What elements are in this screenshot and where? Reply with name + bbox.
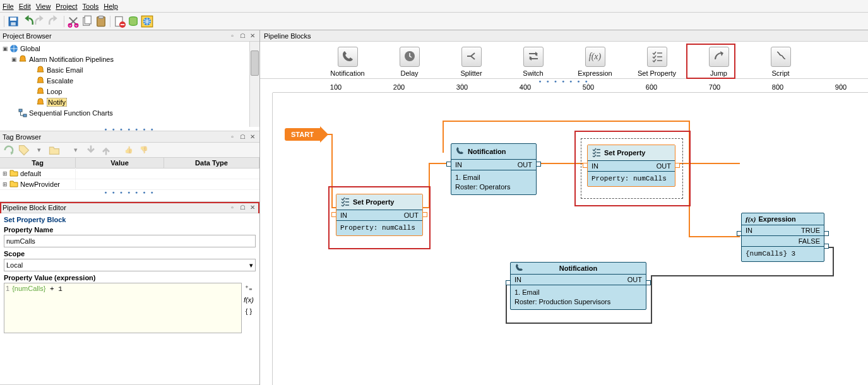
opc-icon[interactable]: ▾ — [69, 144, 82, 157]
block-notification-2[interactable]: Notification INOUT 1. EmailRoster: Produ… — [510, 262, 646, 310]
redo-button-2[interactable] — [49, 15, 61, 28]
palette-splitter[interactable]: Splitter — [449, 47, 494, 77]
tree-node-pipeline[interactable]: Basic Email — [47, 66, 83, 74]
add-tag-icon[interactable]: ▾ — [33, 144, 45, 157]
block-palette: Notification Delay Splitter Switch f(x) … — [260, 42, 868, 79]
palette-set-property[interactable]: Set Property — [635, 47, 679, 77]
col-datatype[interactable]: Data Type — [164, 158, 259, 168]
panel-title: Pipeline Block Editor — [3, 204, 227, 211]
palette-notification[interactable]: Notification — [326, 47, 370, 77]
palette-delay[interactable]: Delay — [388, 47, 432, 77]
menu-edit[interactable]: Edit — [19, 3, 31, 10]
jump-icon — [713, 50, 725, 64]
panel-title: Tag Browser — [3, 133, 227, 141]
tree-node-sfc[interactable]: Sequential Function Charts — [29, 109, 113, 117]
export-icon[interactable] — [100, 144, 112, 157]
block-expression[interactable]: f(x)Expression INTRUE FALSE {numCalls} 3 — [741, 213, 824, 262]
palette-jump[interactable]: Jump — [697, 47, 741, 77]
chevron-down-icon: ▾ — [249, 261, 253, 270]
import-icon[interactable] — [85, 144, 97, 157]
tag-browser-panel: Tag Browser ▫ ☖ ✕ ▾ ▾ 👍 👎 — [0, 131, 259, 202]
expr-help-equals-icon[interactable]: ⁺₌ — [245, 284, 253, 292]
thumbs-down-icon[interactable]: 👎 — [138, 144, 150, 157]
redo-button[interactable] — [35, 15, 47, 28]
cut-button[interactable] — [67, 15, 80, 28]
tree-node-pipelines-folder[interactable]: Alarm Notification Pipelines — [29, 56, 114, 63]
undo-button[interactable] — [21, 15, 33, 28]
panel-close-button[interactable]: ✕ — [248, 32, 257, 40]
panel-close-button[interactable]: ✕ — [248, 133, 257, 141]
menu-file[interactable]: File — [3, 3, 14, 10]
script-icon — [775, 50, 787, 64]
block-editor-panel: Pipeline Block Editor ▫ ☖ ✕ Set Property… — [0, 202, 259, 385]
db-button[interactable] — [127, 15, 140, 28]
scope-select[interactable]: Local ▾ — [4, 259, 256, 271]
thumbs-up-icon[interactable]: 👍 — [122, 144, 135, 157]
tag-icon[interactable] — [18, 144, 30, 157]
bell-icon — [35, 76, 45, 86]
tree-node-pipeline[interactable]: Escalate — [47, 77, 73, 85]
toolbar-separator — [110, 16, 110, 27]
col-tag[interactable]: Tag — [0, 158, 76, 168]
bell-icon — [35, 97, 45, 107]
property-name-input[interactable] — [4, 235, 256, 247]
panel-drag-handle[interactable]: ● ● ● ● ● ● ● — [0, 127, 259, 131]
block-notification-1[interactable]: Notification INOUT 1. EmailRoster: Opera… — [451, 143, 537, 195]
menu-tools[interactable]: Tools — [83, 3, 99, 10]
block-set-property-2[interactable]: Set Property INOUT Property: numCalls — [587, 145, 675, 187]
panel-float-button[interactable]: ▫ — [228, 133, 237, 141]
delete-button[interactable] — [113, 15, 126, 28]
palette-switch[interactable]: Switch — [511, 47, 556, 77]
block-set-property-1[interactable]: Set Property INOUT Property: numCalls — [336, 194, 423, 236]
horizontal-ruler: 100 200 300 400 500 600 700 800 900 — [273, 83, 868, 93]
list-check-icon — [651, 50, 663, 64]
split-icon — [465, 50, 478, 64]
phone-icon — [514, 263, 525, 274]
tree-scrollbar[interactable] — [249, 42, 259, 127]
main-toolbar — [0, 13, 868, 30]
tree-node-global[interactable]: Global — [20, 45, 40, 52]
canvas-title: Pipeline Blocks — [264, 32, 311, 40]
refresh-icon[interactable] — [3, 144, 15, 157]
col-value[interactable]: Value — [76, 158, 164, 168]
property-name-label: Property Name — [4, 226, 256, 234]
globe-button[interactable] — [141, 15, 153, 28]
start-block[interactable]: START — [285, 126, 328, 143]
panel-pin-button[interactable]: ☖ — [238, 203, 247, 212]
list-check-icon — [340, 196, 350, 208]
expr-help-braces-icon[interactable]: { } — [246, 307, 252, 315]
project-tree[interactable]: ▣Global ▣Alarm Notification Pipelines Ba… — [0, 42, 259, 127]
clock-icon — [403, 50, 416, 64]
expression-textarea[interactable]: 1{numCalls} + 1 — [4, 283, 242, 333]
folder-icon — [9, 168, 19, 179]
panel-float-button[interactable]: ▫ — [228, 32, 237, 40]
block-type-title: Set Property Block — [4, 216, 256, 223]
svg-rect-16 — [19, 109, 22, 112]
menu-view[interactable]: View — [36, 3, 51, 10]
tag-row[interactable]: ⊞NewProvider — [0, 179, 259, 190]
menubar: File Edit View Project Tools Help — [0, 0, 868, 13]
panel-float-button[interactable]: ▫ — [228, 203, 237, 212]
panel-drag-handle[interactable]: ● ● ● ● ● ● ● — [0, 190, 259, 194]
paste-button[interactable] — [95, 15, 107, 28]
palette-expression[interactable]: f(x) Expression — [573, 47, 617, 77]
palette-script[interactable]: Script — [759, 47, 803, 77]
panel-close-button[interactable]: ✕ — [248, 203, 257, 212]
svg-rect-8 — [98, 16, 104, 18]
copy-button[interactable] — [81, 15, 93, 28]
expr-help-fx-icon[interactable]: f(x) — [244, 296, 254, 304]
pipeline-canvas[interactable]: 100 200 300 400 500 600 700 800 900 — [260, 83, 868, 385]
svg-rect-2 — [11, 22, 16, 25]
tree-node-pipeline-selected[interactable]: Notify — [47, 98, 67, 107]
panel-pin-button[interactable]: ☖ — [238, 133, 247, 141]
menu-help[interactable]: Help — [104, 3, 118, 10]
tag-row[interactable]: ⊞default — [0, 169, 259, 179]
svg-rect-1 — [10, 17, 16, 20]
panel-pin-button[interactable]: ☖ — [238, 32, 247, 40]
save-button[interactable] — [7, 15, 20, 28]
menu-project[interactable]: Project — [56, 3, 77, 10]
folder-icon[interactable] — [48, 144, 61, 157]
bell-icon — [35, 86, 45, 97]
tree-node-pipeline[interactable]: Loop — [47, 88, 62, 95]
bell-icon — [18, 54, 28, 64]
